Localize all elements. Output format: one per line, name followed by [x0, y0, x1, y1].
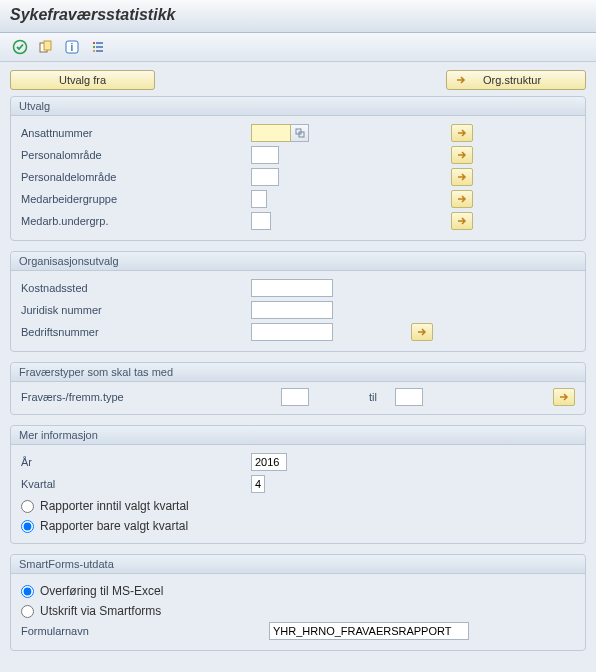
svg-rect-9	[93, 50, 95, 52]
radio-row-excel: Overføring til MS-Excel	[21, 580, 575, 600]
utvalg-fra-button[interactable]: Utvalg fra	[10, 70, 155, 90]
label-kvartal: Kvartal	[21, 478, 251, 490]
input-kvartal[interactable]	[251, 475, 265, 493]
svg-rect-10	[96, 50, 103, 52]
label-fravtype: Fraværs-/fremm.type	[21, 391, 281, 403]
arrow-icon	[456, 216, 468, 226]
input-juridisk-nummer[interactable]	[251, 301, 333, 319]
row-juridisk-nummer: Juridisk nummer	[21, 299, 575, 321]
radio-excel[interactable]	[21, 585, 34, 598]
input-medarbeidergruppe[interactable]	[251, 190, 267, 208]
multi-medarbeidergruppe[interactable]	[451, 190, 473, 208]
input-aar[interactable]	[251, 453, 287, 471]
label-personalomrade: Personalområde	[21, 149, 251, 161]
group-utvalg-header: Utvalg	[11, 97, 585, 116]
input-formularnavn[interactable]	[269, 622, 469, 640]
app-window: Sykefraværsstatistikk i	[0, 0, 596, 671]
arrow-icon	[416, 327, 428, 337]
arrow-icon	[456, 194, 468, 204]
execute-button[interactable]	[10, 37, 30, 57]
f4-icon	[295, 128, 305, 138]
org-struktur-label: Org.struktur	[483, 74, 541, 86]
group-orgutvalg-header: Organisasjonsutvalg	[11, 252, 585, 271]
label-medarbeidergruppe: Medarbeidergruppe	[21, 193, 251, 205]
input-personalomrade[interactable]	[251, 146, 279, 164]
radio-row-bare: Rapporter bare valgt kvartal	[21, 515, 575, 535]
execute-icon	[12, 39, 28, 55]
row-aar: År	[21, 451, 575, 473]
radio-row-inntil: Rapporter inntil valgt kvartal	[21, 495, 575, 515]
input-fravtype-to[interactable]	[395, 388, 423, 406]
org-struktur-button[interactable]: Org.struktur	[446, 70, 586, 90]
group-utvalg: Utvalg Ansattnummer	[10, 96, 586, 241]
row-kvartal: Kvartal	[21, 473, 575, 495]
group-merinfo: Mer informasjon År Kvartal Rapporter inn…	[10, 425, 586, 544]
label-personaldelomrade: Personaldelområde	[21, 171, 251, 183]
label-bedriftsnummer: Bedriftsnummer	[21, 326, 251, 338]
label-radio-bare: Rapporter bare valgt kvartal	[40, 519, 188, 533]
row-personaldelomrade: Personaldelområde	[21, 166, 575, 188]
variants-icon	[38, 39, 54, 55]
arrow-icon	[456, 128, 468, 138]
svg-rect-7	[93, 46, 95, 48]
page-title: Sykefraværsstatistikk	[10, 6, 586, 24]
input-medarb-undergrp[interactable]	[251, 212, 271, 230]
arrow-icon	[456, 150, 468, 160]
radio-bare[interactable]	[21, 520, 34, 533]
input-personaldelomrade[interactable]	[251, 168, 279, 186]
group-fravtyper: Fraværstyper som skal tas med Fraværs-/f…	[10, 362, 586, 415]
multi-personalomrade[interactable]	[451, 146, 473, 164]
multi-fravtype[interactable]	[553, 388, 575, 406]
arrow-icon	[558, 392, 570, 402]
row-medarb-undergrp: Medarb.undergrp.	[21, 210, 575, 232]
group-smartforms: SmartForms-utdata Overføring til MS-Exce…	[10, 554, 586, 651]
list-icon	[90, 39, 106, 55]
toolbar: i	[0, 33, 596, 62]
info-icon: i	[64, 39, 80, 55]
svg-rect-5	[93, 42, 95, 44]
svg-text:i: i	[71, 42, 74, 53]
label-kostnadssted: Kostnadssted	[21, 282, 251, 294]
row-bedriftsnummer: Bedriftsnummer	[21, 321, 575, 343]
arrow-right-icon	[455, 74, 467, 86]
multi-medarb-undergrp[interactable]	[451, 212, 473, 230]
row-ansattnummer: Ansattnummer	[21, 122, 575, 144]
svg-rect-2	[44, 41, 51, 50]
info-button[interactable]: i	[62, 37, 82, 57]
label-radio-smart: Utskrift via Smartforms	[40, 604, 161, 618]
label-til: til	[369, 391, 377, 403]
row-formularnavn: Formularnavn	[21, 620, 575, 642]
input-bedriftsnummer[interactable]	[251, 323, 333, 341]
multi-ansattnummer[interactable]	[451, 124, 473, 142]
label-aar: År	[21, 456, 251, 468]
label-juridisk-nummer: Juridisk nummer	[21, 304, 251, 316]
group-merinfo-header: Mer informasjon	[11, 426, 585, 445]
label-radio-inntil: Rapporter inntil valgt kvartal	[40, 499, 189, 513]
radio-row-smart: Utskrift via Smartforms	[21, 600, 575, 620]
label-radio-excel: Overføring til MS-Excel	[40, 584, 163, 598]
input-kostnadssted[interactable]	[251, 279, 333, 297]
multi-personaldelomrade[interactable]	[451, 168, 473, 186]
group-orgutvalg: Organisasjonsutvalg Kostnadssted Juridis…	[10, 251, 586, 352]
row-fravtype: Fraværs-/fremm.type til	[21, 388, 575, 406]
label-medarb-undergrp: Medarb.undergrp.	[21, 215, 251, 227]
svg-rect-6	[96, 42, 103, 44]
input-ansattnummer[interactable]	[251, 124, 291, 142]
radio-smart[interactable]	[21, 605, 34, 618]
multi-bedriftsnummer[interactable]	[411, 323, 433, 341]
row-kostnadssted: Kostnadssted	[21, 277, 575, 299]
title-bar: Sykefraværsstatistikk	[0, 0, 596, 33]
group-smartforms-header: SmartForms-utdata	[11, 555, 585, 574]
radio-inntil[interactable]	[21, 500, 34, 513]
svg-rect-8	[96, 46, 103, 48]
top-button-row: Utvalg fra Org.struktur	[10, 70, 586, 90]
label-formularnavn: Formularnavn	[21, 625, 269, 637]
row-personalomrade: Personalområde	[21, 144, 575, 166]
group-fravtyper-header: Fraværstyper som skal tas med	[11, 363, 585, 382]
label-ansattnummer: Ansattnummer	[21, 127, 251, 139]
variants-button[interactable]	[36, 37, 56, 57]
f4-ansattnummer[interactable]	[291, 124, 309, 142]
list-button[interactable]	[88, 37, 108, 57]
content-area: Utvalg fra Org.struktur Utvalg Ansattnum…	[0, 62, 596, 671]
input-fravtype-from[interactable]	[281, 388, 309, 406]
